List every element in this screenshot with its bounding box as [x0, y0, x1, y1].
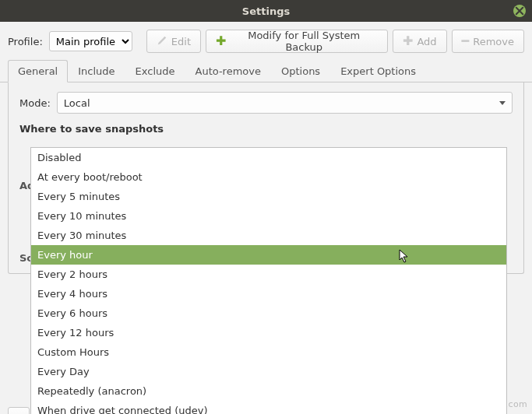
- dropdown-item[interactable]: Every 2 hours: [31, 265, 506, 284]
- dropdown-item[interactable]: Every Day: [31, 362, 506, 381]
- restore-button-partial[interactable]: Res: [8, 407, 30, 414]
- tab-auto-remove[interactable]: Auto-remove: [185, 60, 271, 82]
- plus-icon: ✚: [216, 36, 226, 47]
- dropdown-item[interactable]: Every hour: [31, 245, 506, 265]
- edit-label: Edit: [171, 36, 191, 47]
- where-to-save-label: Where to save snapshots: [19, 123, 513, 135]
- mode-label: Mode:: [19, 97, 51, 109]
- add-button[interactable]: ✚ Add: [393, 30, 447, 53]
- profile-label: Profile:: [8, 36, 43, 47]
- mode-select[interactable]: Local: [57, 92, 513, 114]
- edit-button[interactable]: Edit: [146, 30, 201, 53]
- dropdown-item[interactable]: Every 12 hours: [31, 323, 506, 342]
- dropdown-item[interactable]: Every 5 minutes: [31, 187, 506, 206]
- plus-icon: ✚: [403, 36, 413, 47]
- profile-select[interactable]: Main profile: [49, 31, 132, 51]
- modify-button[interactable]: ✚ Modify for Full System Backup: [206, 30, 388, 53]
- tabs: General Include Exclude Auto-remove Opti…: [0, 59, 532, 82]
- dropdown-item[interactable]: Disabled: [31, 148, 506, 167]
- add-label: Add: [417, 36, 436, 47]
- titlebar: Settings: [0, 0, 532, 22]
- dropdown-item[interactable]: Every 6 hours: [31, 303, 506, 323]
- tab-exclude[interactable]: Exclude: [125, 60, 185, 82]
- tab-options[interactable]: Options: [271, 60, 330, 82]
- chevron-down-icon: [499, 101, 506, 105]
- x-icon: [514, 5, 525, 16]
- tab-expert-options[interactable]: Expert Options: [330, 60, 426, 82]
- modify-label: Modify for Full System Backup: [230, 30, 378, 53]
- remove-label: Remove: [473, 36, 514, 47]
- pencil-icon: [157, 35, 167, 48]
- close-button[interactable]: [513, 5, 526, 17]
- dropdown-item[interactable]: Every 30 minutes: [31, 226, 506, 245]
- schedule-dropdown[interactable]: DisabledAt every boot/rebootEvery 5 minu…: [30, 147, 507, 414]
- window-title: Settings: [242, 5, 290, 17]
- dropdown-item[interactable]: At every boot/reboot: [31, 167, 506, 187]
- minus-icon: ━: [462, 36, 470, 47]
- remove-button[interactable]: ━ Remove: [452, 30, 524, 53]
- dropdown-item[interactable]: Every 4 hours: [31, 284, 506, 303]
- dropdown-item[interactable]: Every 10 minutes: [31, 206, 506, 226]
- toolbar: Profile: Main profile Edit ✚ Modify for …: [0, 22, 532, 59]
- tab-general[interactable]: General: [8, 60, 68, 82]
- dropdown-item[interactable]: Custom Hours: [31, 342, 506, 362]
- dropdown-item[interactable]: Repeatedly (anacron): [31, 381, 506, 401]
- tab-include[interactable]: Include: [68, 60, 125, 82]
- dropdown-item[interactable]: When drive get connected (udev): [31, 401, 506, 414]
- mode-value: Local: [64, 97, 90, 109]
